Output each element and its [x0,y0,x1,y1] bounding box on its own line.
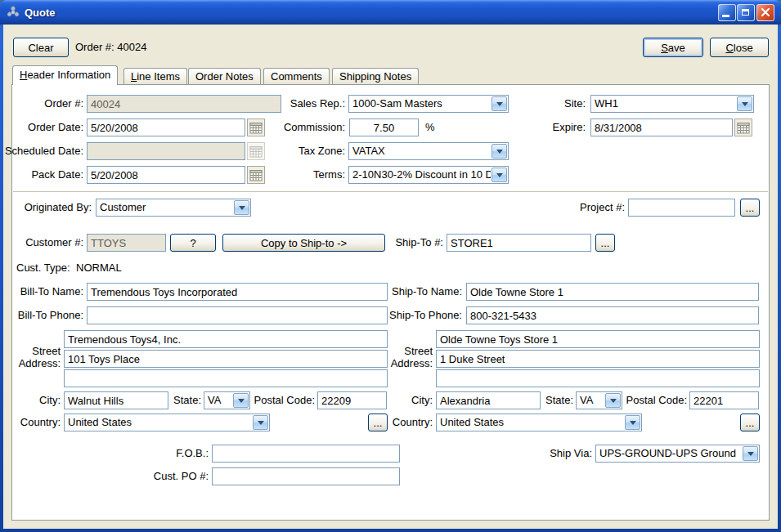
ship-via-select[interactable]: UPS-GROUND-UPS Ground [595,445,760,463]
save-button[interactable]: Save [643,38,703,57]
tab-header-information[interactable]: Header Information [12,65,118,85]
scheduled-date-calendar-button [247,142,265,160]
bill-to-name-label: Bill-To Name: [0,283,83,301]
titlebar[interactable]: Quote [0,0,781,25]
calendar-icon [249,122,263,134]
bill-to-address-line1[interactable] [64,330,388,348]
ship-to-country-value: United States [437,414,624,431]
bill-to-address-line3[interactable] [64,369,388,387]
maximize-button[interactable] [737,4,755,21]
maximize-icon [742,9,749,16]
site-value: WH1 [591,96,736,112]
section-divider [13,191,768,192]
bill-to-postal-field[interactable] [317,391,387,409]
terms-select[interactable]: 2-10N30-2% Discount in 10 Day [348,166,509,184]
expire-label: Expire: [523,118,586,136]
tax-zone-label: Tax Zone: [270,142,345,160]
tab-line-items[interactable]: Line Items [123,68,187,84]
calendar-icon [249,169,263,181]
customer-number-field [87,234,166,252]
commission-percent-sign: % [425,118,435,136]
chevron-down-icon [605,393,621,408]
ship-to-number-field[interactable] [447,234,591,252]
bill-to-phone-field[interactable] [87,306,388,324]
ship-to-country-select[interactable]: United States [436,414,642,431]
order-number-label: Order #: [0,95,83,113]
customer-lookup-button[interactable]: ? [170,234,216,252]
order-date-calendar-button[interactable] [247,118,265,136]
commission-field[interactable] [349,118,419,136]
ship-to-number-label: Ship-To #: [386,234,443,252]
bill-to-street-label: Street Address: [11,345,61,369]
ship-to-state-value: VA [577,392,604,409]
bill-to-name-field[interactable] [87,283,388,301]
bill-to-address-line2[interactable] [64,350,388,368]
tab-shipping-notes[interactable]: Shipping Notes [332,68,419,84]
ship-to-name-label: Ship-To Name: [378,283,462,301]
ship-to-address-line1[interactable] [436,330,760,348]
tab-order-notes[interactable]: Order Notes [188,68,261,84]
site-label: Site: [523,95,586,113]
bill-to-city-label: City: [11,391,61,409]
ship-to-name-field[interactable] [466,283,759,301]
tab-comments[interactable]: Comments [263,68,330,84]
close-window-button[interactable]: Close [710,38,769,57]
expire-field[interactable] [590,118,733,136]
ship-to-street-label: Street Address: [384,345,433,369]
tax-zone-select[interactable]: VATAX [348,142,509,160]
ship-to-postal-field[interactable] [689,391,759,409]
close-button[interactable] [756,4,774,21]
site-select[interactable]: WH1 [590,95,754,113]
project-lookup-button[interactable]: ... [740,199,760,217]
pack-date-field[interactable] [87,166,245,184]
clear-button[interactable]: Clear [13,38,69,57]
cust-po-field[interactable] [212,467,400,485]
scheduled-date-label: Scheduled Date: [0,142,83,160]
order-number-field [87,95,281,113]
ship-to-address-line2[interactable] [436,350,760,368]
sales-rep-select[interactable]: 1000-Sam Masters [348,95,509,113]
ship-to-address-lookup-button[interactable]: ... [740,414,760,431]
project-number-field[interactable] [628,199,735,217]
ship-to-city-label: City: [384,391,433,409]
chevron-down-icon [737,96,752,111]
ship-to-phone-label: Ship-To Phone: [378,306,462,324]
ship-to-country-label: Country: [384,414,433,431]
ship-to-city-field[interactable] [436,391,541,409]
ship-to-address-line3[interactable] [436,369,760,387]
ship-to-phone-field[interactable] [466,306,759,324]
order-date-field[interactable] [87,118,245,136]
copy-to-ship-to-button[interactable]: Copy to Ship-to -> [222,234,385,252]
minimize-button[interactable] [718,4,736,21]
app-icon [7,6,20,19]
calendar-icon [249,145,263,158]
chevron-down-icon [233,393,249,408]
terms-value: 2-10N30-2% Discount in 10 Day [349,167,491,183]
ship-via-value: UPS-GROUND-UPS Ground [596,445,742,462]
cust-po-label: Cust. PO #: [127,467,209,485]
customer-number-label: Customer #: [0,234,83,252]
originated-by-select[interactable]: Customer [96,199,251,217]
bill-to-country-select[interactable]: United States [64,414,270,431]
cust-type-value: NORMAL [76,262,122,275]
bill-to-state-value: VA [204,392,232,409]
ship-to-lookup-button[interactable]: ... [595,234,615,252]
bill-to-city-field[interactable] [64,391,168,409]
window-title: Quote [25,7,56,19]
bill-to-state-select[interactable]: VA [204,391,250,409]
scheduled-date-field [87,142,245,160]
quote-window: Quote Clear Order #: 40024 Save Close He… [0,0,781,532]
ship-to-state-select[interactable]: VA [576,391,622,409]
originated-by-label: Originated By: [15,199,92,217]
minimize-icon [722,15,729,17]
chevron-down-icon [253,415,268,430]
ship-to-state-label: State: [542,391,573,409]
pack-date-calendar-button[interactable] [247,166,265,184]
expire-calendar-button[interactable] [734,118,752,136]
originated-by-value: Customer [97,199,233,216]
ship-to-postal-label: Postal Code: [624,391,687,409]
fob-field[interactable] [212,445,400,463]
close-icon [761,7,770,20]
chevron-down-icon [743,446,758,461]
bill-to-country-label: Country: [11,414,61,431]
